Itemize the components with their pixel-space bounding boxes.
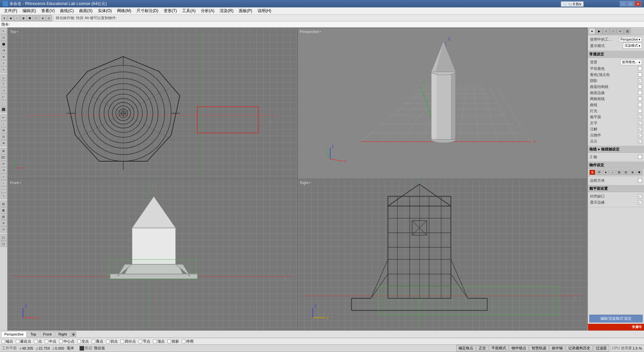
snap-disable[interactable]: 停用 bbox=[182, 339, 194, 344]
points-checkbox[interactable] bbox=[638, 133, 642, 137]
toolbar-btn-5[interactable]: ⬟ bbox=[27, 15, 33, 21]
snap-nearest-checkbox[interactable] bbox=[16, 340, 19, 343]
minimize-button[interactable]: ─ bbox=[620, 1, 627, 6]
lights-checkbox[interactable] bbox=[638, 109, 642, 113]
show-edge-checkbox[interactable] bbox=[638, 200, 642, 204]
viewport-right-label[interactable]: Right ▾ bbox=[300, 181, 311, 185]
common-settings-header[interactable]: 常规设定 bbox=[588, 51, 644, 58]
viewport-front[interactable]: Front ▾ bbox=[8, 179, 298, 330]
rpanel-tab-notes[interactable]: 说 bbox=[624, 28, 631, 34]
left-tool-5[interactable]: ⊕ bbox=[1, 54, 7, 60]
snap-midpoint[interactable]: 中点 bbox=[45, 339, 56, 344]
left-tool-10[interactable]: ◁ bbox=[1, 87, 7, 93]
display-mode-dropdown[interactable]: 渲染模式 ▾ bbox=[623, 43, 642, 49]
snap-vertex[interactable]: 顶点 bbox=[153, 339, 165, 344]
toolbar-btn-3[interactable]: ○ bbox=[14, 15, 20, 21]
toolbar-btn-8[interactable]: ◎ bbox=[46, 15, 52, 21]
snap-tangent-checkbox[interactable] bbox=[106, 340, 110, 343]
btab-top[interactable]: Top bbox=[27, 331, 39, 337]
menu-tools[interactable]: 工具(A) bbox=[179, 7, 198, 14]
rpanel-tab-display[interactable]: ▶ bbox=[596, 28, 602, 34]
snap-quad[interactable]: 四分点 bbox=[120, 339, 136, 344]
menu-transform[interactable]: 变形(T) bbox=[161, 7, 179, 14]
btab-right[interactable]: Right bbox=[55, 331, 70, 337]
left-tool-27[interactable]: ▤ bbox=[1, 201, 7, 207]
btn-filter[interactable]: 过滤器 bbox=[593, 345, 609, 351]
curve-struct-checkbox[interactable] bbox=[638, 85, 642, 89]
left-tool-15[interactable]: ⌂ bbox=[1, 121, 7, 127]
annotation-checkbox[interactable] bbox=[638, 127, 642, 131]
left-tool-7[interactable]: ∿ bbox=[1, 67, 7, 73]
obj-tool-7[interactable]: ✱ bbox=[636, 170, 642, 175]
viewport-right[interactable]: Right ▾ bbox=[298, 179, 587, 330]
left-tool-19[interactable]: ⌘ bbox=[1, 148, 7, 154]
left-tool-20[interactable]: ⌦ bbox=[1, 155, 7, 161]
obj-tool-5[interactable]: ⊟ bbox=[623, 170, 629, 175]
left-tool-23[interactable]: ⤢ bbox=[1, 174, 7, 180]
grid-settings-header[interactable]: 格线 ● 格线轴设定 bbox=[588, 146, 644, 153]
close-button[interactable]: ✕ bbox=[635, 1, 641, 6]
left-tool-8[interactable]: △ bbox=[1, 75, 7, 81]
menu-mesh[interactable]: 网格(M) bbox=[114, 7, 134, 14]
left-tool-18[interactable]: ⊗ bbox=[1, 140, 7, 146]
left-tool-11[interactable]: ▷ bbox=[1, 94, 7, 100]
btn-ortho[interactable]: 正交 bbox=[476, 345, 488, 351]
edge-border-checkbox[interactable] bbox=[638, 178, 642, 182]
menu-help[interactable]: 说明(H) bbox=[255, 7, 274, 14]
rpanel-tab-layers[interactable]: ☆ bbox=[603, 28, 609, 34]
btab-add[interactable]: ⊕ bbox=[71, 332, 76, 337]
menu-solid[interactable]: 实体(O) bbox=[95, 7, 114, 14]
viewport-perspective[interactable]: Perspective ▾ bbox=[298, 28, 587, 179]
snap-tangent[interactable]: 切点 bbox=[106, 339, 118, 344]
left-tool-4[interactable]: ◔ bbox=[1, 47, 7, 53]
cmd-input[interactable] bbox=[11, 23, 112, 27]
snap-center[interactable]: 中心点 bbox=[59, 339, 74, 344]
left-tool-21[interactable]: ⟳ bbox=[1, 161, 7, 167]
snap-knot[interactable]: 节点 bbox=[139, 339, 150, 344]
curves-checkbox[interactable] bbox=[638, 103, 642, 107]
left-tool-32[interactable]: ◱ bbox=[1, 234, 7, 240]
snap-quad-checkbox[interactable] bbox=[120, 340, 124, 343]
left-tool-30[interactable]: ⊚ bbox=[1, 220, 7, 226]
menu-view[interactable]: 查看(V) bbox=[39, 7, 57, 14]
obj-tool-dot[interactable]: ● bbox=[603, 170, 609, 175]
snap-perp[interactable]: 垂点 bbox=[92, 339, 103, 344]
shadow-checkbox[interactable] bbox=[638, 79, 642, 83]
snap-disable-checkbox[interactable] bbox=[182, 340, 185, 343]
btn-smart-track[interactable]: 智慧轨迹 bbox=[529, 345, 549, 351]
obj-tool-mic[interactable]: ♪ bbox=[609, 170, 615, 175]
menu-curve[interactable]: 曲线(C) bbox=[57, 7, 76, 14]
left-tool-16[interactable]: ⊞ bbox=[1, 127, 7, 133]
btn-gumball[interactable]: 操作轴 bbox=[549, 345, 565, 351]
left-tool-6[interactable]: ⌗ bbox=[1, 60, 7, 66]
clip-border-checkbox[interactable] bbox=[638, 194, 642, 198]
clipping-settings-header[interactable]: 截平面设置 bbox=[588, 185, 644, 192]
menu-edit[interactable]: 编辑(E) bbox=[20, 7, 39, 14]
snap-nearest[interactable]: 最近点 bbox=[16, 339, 31, 344]
toolbar-btn-2[interactable]: ◆ bbox=[8, 15, 14, 21]
btn-obj-snap[interactable]: 物件锁点 bbox=[509, 345, 529, 351]
surface-edge-checkbox[interactable] bbox=[638, 91, 642, 95]
viewport-selector-dropdown[interactable]: Perspective ▾ bbox=[619, 37, 642, 42]
btab-front[interactable]: Front bbox=[40, 331, 55, 337]
snap-knot-checkbox[interactable] bbox=[139, 340, 142, 343]
left-tool-26[interactable]: ⤡ bbox=[1, 193, 7, 199]
snap-project-checkbox[interactable] bbox=[167, 340, 171, 343]
left-tool-14[interactable]: ✏ bbox=[1, 115, 7, 121]
left-tool-28[interactable]: ▦ bbox=[1, 207, 7, 213]
xuexiniu-logo[interactable]: 学犀牛 bbox=[588, 324, 644, 331]
toolbar-btn-6[interactable]: ⬡ bbox=[33, 15, 39, 21]
left-tool-22[interactable]: ⟲ bbox=[1, 167, 7, 173]
text-checkbox[interactable] bbox=[638, 121, 642, 125]
flat-color-checkbox[interactable] bbox=[638, 67, 642, 71]
menu-analysis[interactable]: 分析(A) bbox=[198, 7, 217, 14]
z-axis-checkbox[interactable] bbox=[638, 155, 642, 159]
snap-perp-checkbox[interactable] bbox=[92, 340, 95, 343]
obj-tool-center[interactable]: 中 bbox=[596, 170, 602, 175]
viewport-top[interactable]: Top ▾ bbox=[8, 28, 298, 179]
object-settings-header[interactable]: 物件设定 bbox=[588, 162, 644, 169]
left-tool-29[interactable]: ▧ bbox=[1, 214, 7, 220]
bg-dropdown[interactable]: 使用着色... ▾ bbox=[620, 59, 642, 65]
obj-tool-6[interactable]: ⊕ bbox=[630, 170, 636, 175]
left-tool-12[interactable]: ⬚ bbox=[1, 100, 7, 106]
